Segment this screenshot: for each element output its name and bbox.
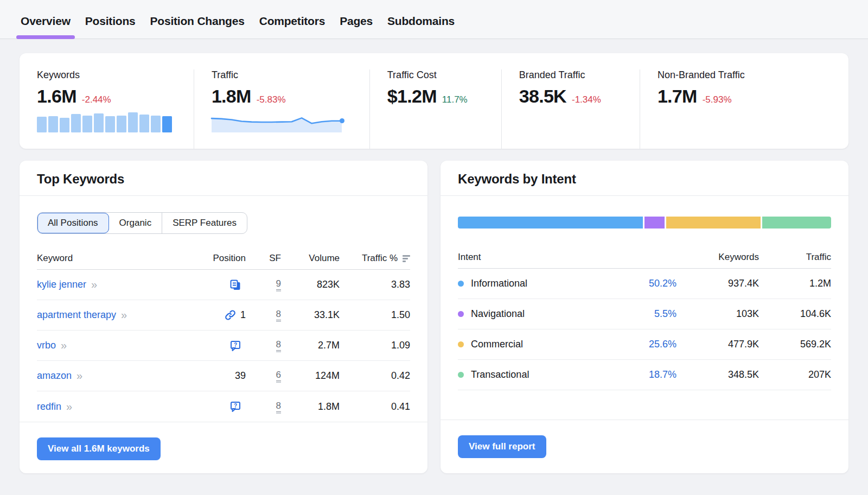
commercial-dot-icon xyxy=(458,341,464,347)
serp-features-count[interactable]: 9 xyxy=(276,278,281,291)
filter-all-positions[interactable]: All Positions xyxy=(37,213,109,233)
traffic-pct-value: 1.09 xyxy=(340,340,410,351)
trend-bar xyxy=(139,115,149,132)
report-tabs-nav: Overview Positions Position Changes Comp… xyxy=(0,0,868,39)
keyword-link[interactable]: vrbo xyxy=(37,340,56,351)
table-header-row: Keyword Position SF Volume Traffic % xyxy=(37,247,410,270)
tab-pages[interactable]: Pages xyxy=(340,3,373,39)
sparkline-endpoint-dot xyxy=(340,118,344,123)
open-keyword-icon[interactable] xyxy=(91,278,97,291)
col-volume: Volume xyxy=(281,253,340,264)
filter-organic[interactable]: Organic xyxy=(109,213,163,233)
navigational-dot-icon xyxy=(458,311,464,317)
metric-label: Traffic Cost xyxy=(387,69,501,81)
intent-segment-informational xyxy=(458,217,643,229)
question-bubble-icon: ? xyxy=(229,401,241,412)
panel-title: Top Keywords xyxy=(37,172,410,187)
question-bubble-icon: ? xyxy=(229,340,241,352)
serp-features-count[interactable]: 8 xyxy=(276,308,281,322)
table-row: Commercial 25.6% 477.9K 569.2K xyxy=(458,329,831,360)
svg-text:?: ? xyxy=(234,403,237,409)
intent-traffic-value: 104.6K xyxy=(759,308,831,320)
top-keywords-panel: Top Keywords All Positions Organic SERP … xyxy=(20,161,427,473)
intent-label: Navigational xyxy=(471,308,525,320)
intent-percent-link[interactable]: 25.6% xyxy=(649,339,676,350)
trend-bar xyxy=(82,116,92,132)
col-traffic: Traffic xyxy=(759,252,831,263)
metric-non-branded-traffic: Non-Branded Traffic 1.7M -5.93% xyxy=(640,69,848,149)
intent-percent-link[interactable]: 5.5% xyxy=(654,308,676,319)
tab-positions[interactable]: Positions xyxy=(85,3,136,39)
trend-bar xyxy=(162,116,172,132)
serp-features-count[interactable]: 6 xyxy=(276,369,281,383)
trend-bar xyxy=(128,112,138,132)
sparkline-svg xyxy=(212,112,342,132)
metric-value: 1.8M xyxy=(212,86,251,107)
intent-segment-commercial xyxy=(666,217,761,229)
volume-value: 2.7M xyxy=(281,340,340,351)
summary-metrics-panel: Keywords 1.6M -2.44% Traffic 1.8M -5.83% xyxy=(20,53,848,149)
intent-table: Intent Keywords Traffic Informational 50… xyxy=(458,229,831,390)
intent-segment-navigational xyxy=(644,217,665,229)
intent-label: Commercial xyxy=(471,339,523,350)
keyword-link[interactable]: kylie jenner xyxy=(37,279,86,290)
metric-change: -1.34% xyxy=(572,94,601,105)
metric-label: Branded Traffic xyxy=(519,69,640,81)
metric-label: Traffic xyxy=(212,69,369,81)
serp-features-count[interactable]: 8 xyxy=(276,339,281,352)
table-row: Transactional 18.7% 348.5K 207K xyxy=(458,360,831,390)
keyword-link[interactable]: redfin xyxy=(37,401,61,412)
tab-subdomains[interactable]: Subdomains xyxy=(387,3,455,39)
sort-descending-icon[interactable] xyxy=(403,254,410,262)
intent-keywords-value: 477.9K xyxy=(676,339,759,350)
traffic-pct-value: 0.41 xyxy=(340,401,410,412)
position-value: 1 xyxy=(240,309,246,321)
open-keyword-icon[interactable] xyxy=(61,339,67,352)
tab-position-changes[interactable]: Position Changes xyxy=(150,3,245,39)
view-full-report-button[interactable]: View full report xyxy=(458,435,546,458)
intent-keywords-value: 937.4K xyxy=(676,278,759,289)
link-icon xyxy=(225,309,236,321)
keywords-trend-bars xyxy=(37,112,173,132)
intent-traffic-value: 1.2M xyxy=(759,278,831,289)
tab-competitors[interactable]: Competitors xyxy=(259,3,325,39)
news-pages-icon xyxy=(229,279,241,291)
informational-dot-icon xyxy=(458,281,464,287)
trend-bar xyxy=(117,116,126,132)
metric-traffic: Traffic 1.8M -5.83% xyxy=(194,69,369,149)
keywords-by-intent-panel: Keywords by Intent Intent Keywords Traff… xyxy=(441,161,848,473)
intent-label: Informational xyxy=(471,278,527,289)
svg-text:?: ? xyxy=(234,342,237,348)
trend-bar xyxy=(60,118,69,132)
open-keyword-icon[interactable] xyxy=(66,401,72,413)
intent-percent-link[interactable]: 50.2% xyxy=(649,278,676,289)
keyword-link[interactable]: apartment therapy xyxy=(37,309,116,321)
metric-traffic-cost: Traffic Cost $1.2M 11.7% xyxy=(369,69,501,149)
volume-value: 124M xyxy=(281,370,340,382)
tab-overview[interactable]: Overview xyxy=(21,3,71,39)
trend-bar xyxy=(71,114,81,132)
metric-value: 1.6M xyxy=(37,86,76,107)
positions-filter-group: All Positions Organic SERP Features xyxy=(37,212,247,234)
keyword-link[interactable]: amazon xyxy=(37,370,72,382)
transactional-dot-icon xyxy=(458,372,464,378)
intent-segment-transactional xyxy=(762,217,831,229)
trend-bar xyxy=(37,117,47,132)
intent-percent-link[interactable]: 18.7% xyxy=(649,369,676,380)
position-value: 39 xyxy=(235,370,246,382)
intent-label: Transactional xyxy=(471,369,529,380)
volume-value: 823K xyxy=(281,279,340,290)
view-all-keywords-button[interactable]: View all 1.6M keywords xyxy=(37,437,161,460)
col-sf: SF xyxy=(246,253,281,264)
intent-keywords-value: 103K xyxy=(676,308,759,320)
open-keyword-icon[interactable] xyxy=(76,370,82,382)
filter-serp-features[interactable]: SERP Features xyxy=(162,213,247,233)
metric-branded-traffic: Branded Traffic 38.5K -1.34% xyxy=(501,69,640,149)
trend-bar xyxy=(94,113,104,132)
open-keyword-icon[interactable] xyxy=(121,309,127,321)
metric-value: 38.5K xyxy=(519,86,566,107)
metric-change: -5.93% xyxy=(703,94,732,105)
col-keyword: Keyword xyxy=(37,253,197,264)
metric-change: -5.83% xyxy=(257,94,286,105)
serp-features-count[interactable]: 8 xyxy=(276,400,281,414)
